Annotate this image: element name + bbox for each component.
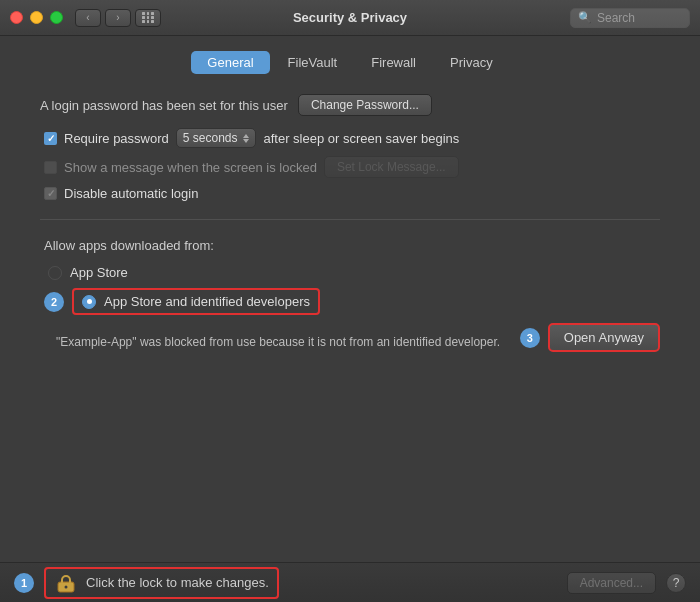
step1-badge: 1	[14, 573, 34, 593]
app-store-dev-radio-row: 2 App Store and identified developers	[40, 288, 660, 315]
change-password-button[interactable]: Change Password...	[298, 94, 432, 116]
require-password-row: ✓ Require password 5 seconds after sleep…	[40, 128, 660, 148]
login-password-text: A login password has been set for this u…	[40, 98, 288, 113]
tab-general[interactable]: General	[191, 51, 269, 74]
app-store-dev-highlight: App Store and identified developers	[72, 288, 320, 315]
show-message-label: Show a message when the screen is locked	[64, 160, 317, 175]
tab-firewall[interactable]: Firewall	[355, 51, 432, 74]
bottom-bar: 1 Click the lock to make changes. Advanc…	[0, 562, 700, 602]
maximize-button[interactable]	[50, 11, 63, 24]
show-message-row: Show a message when the screen is locked…	[40, 156, 660, 178]
svg-point-1	[65, 585, 68, 588]
step3-badge: 3	[520, 328, 540, 348]
after-sleep-text: after sleep or screen saver begins	[263, 131, 459, 146]
lock-text: Click the lock to make changes.	[86, 575, 269, 590]
require-password-label: Require password	[64, 131, 169, 146]
show-message-checkbox[interactable]	[44, 161, 57, 174]
forward-button[interactable]: ›	[105, 9, 131, 27]
back-button[interactable]: ‹	[75, 9, 101, 27]
help-button[interactable]: ?	[666, 573, 686, 593]
app-store-label: App Store	[70, 265, 128, 280]
arrow-up-icon	[243, 134, 249, 138]
tab-filevault[interactable]: FileVault	[272, 51, 354, 74]
radio-dot-icon	[87, 299, 92, 304]
step2-badge: 2	[44, 292, 64, 312]
app-store-radio-row: App Store	[40, 265, 660, 280]
arrow-down-icon	[243, 139, 249, 143]
password-time-dropdown[interactable]: 5 seconds	[176, 128, 257, 148]
app-store-dev-label: App Store and identified developers	[104, 294, 310, 309]
password-time-value: 5 seconds	[183, 131, 238, 145]
nav-buttons: ‹ ›	[75, 9, 131, 27]
login-password-row: A login password has been set for this u…	[40, 94, 660, 116]
lock-icon[interactable]	[54, 571, 78, 595]
title-bar: ‹ › Security & Privacy 🔍 Search	[0, 0, 700, 36]
open-anyway-button[interactable]: Open Anyway	[548, 323, 660, 352]
app-store-radio[interactable]	[48, 266, 62, 280]
require-password-checkbox[interactable]: ✓	[44, 132, 57, 145]
checkmark-icon: ✓	[47, 133, 55, 144]
disable-autologin-checkbox[interactable]: ✓	[44, 187, 57, 200]
set-lock-message-button: Set Lock Message...	[324, 156, 459, 178]
divider	[40, 219, 660, 220]
grid-view-button[interactable]	[135, 9, 161, 27]
blocked-text: "Example-App" was blocked from use becau…	[44, 333, 510, 351]
disable-autologin-label: Disable automatic login	[64, 186, 198, 201]
search-placeholder: Search	[597, 11, 635, 25]
search-box[interactable]: 🔍 Search	[570, 8, 690, 28]
tab-bar: General FileVault Firewall Privacy	[30, 51, 670, 74]
search-icon: 🔍	[578, 11, 592, 24]
blocked-app-row: "Example-App" was blocked from use becau…	[40, 323, 660, 352]
checkmark2-icon: ✓	[47, 188, 55, 199]
tab-privacy[interactable]: Privacy	[434, 51, 509, 74]
disable-autologin-row: ✓ Disable automatic login	[40, 186, 660, 201]
main-content: General FileVault Firewall Privacy A log…	[0, 36, 700, 562]
window-title: Security & Privacy	[293, 10, 407, 25]
dropdown-arrows	[243, 134, 249, 143]
traffic-lights	[10, 11, 63, 24]
advanced-button: Advanced...	[567, 572, 656, 594]
allow-apps-label: Allow apps downloaded from:	[40, 238, 660, 253]
app-store-dev-radio[interactable]	[82, 295, 96, 309]
general-section: A login password has been set for this u…	[30, 94, 670, 352]
minimize-button[interactable]	[30, 11, 43, 24]
close-button[interactable]	[10, 11, 23, 24]
lock-highlight-box: Click the lock to make changes.	[44, 567, 279, 599]
